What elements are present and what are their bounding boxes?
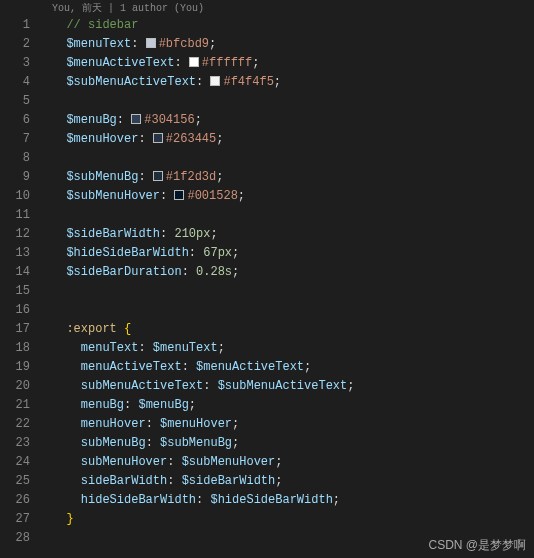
line-number: 4 <box>0 73 30 92</box>
code-line[interactable]: // sidebar <box>44 16 534 35</box>
token-prop: subMenuBg <box>81 436 146 450</box>
token-punct: ; <box>218 341 225 355</box>
token-string: #263445 <box>166 132 216 146</box>
token-prop: subMenuHover <box>81 455 167 469</box>
line-number: 19 <box>0 358 30 377</box>
token-var: $menuHover <box>66 132 138 146</box>
code-line[interactable]: subMenuHover: $subMenuHover; <box>44 453 534 472</box>
line-number: 25 <box>0 472 30 491</box>
code-line[interactable]: :export { <box>44 320 534 339</box>
token-punct: ; <box>232 417 239 431</box>
line-number: 17 <box>0 320 30 339</box>
code-line[interactable]: $menuHover: #263445; <box>44 130 534 149</box>
code-line[interactable]: $sideBarDuration: 0.28s; <box>44 263 534 282</box>
token-punct: : <box>160 227 174 241</box>
code-line[interactable]: $subMenuBg: #1f2d3d; <box>44 168 534 187</box>
line-number: 28 <box>0 529 30 548</box>
line-number: 16 <box>0 301 30 320</box>
token-string: #ffffff <box>202 56 252 70</box>
code-line[interactable]: menuBg: $menuBg; <box>44 396 534 415</box>
code-line[interactable]: $subMenuActiveText: #f4f4f5; <box>44 73 534 92</box>
token-punct: ; <box>304 360 311 374</box>
line-number: 1 <box>0 16 30 35</box>
line-number: 15 <box>0 282 30 301</box>
token-var: $subMenuBg <box>66 170 138 184</box>
token-punct: : <box>146 436 160 450</box>
code-line[interactable]: sideBarWidth: $sideBarWidth; <box>44 472 534 491</box>
code-line[interactable] <box>44 206 534 225</box>
token-punct: ; <box>232 265 239 279</box>
code-line[interactable]: $menuActiveText: #ffffff; <box>44 54 534 73</box>
token-punct: : <box>160 189 174 203</box>
token-punct: : <box>189 246 203 260</box>
line-number: 18 <box>0 339 30 358</box>
token-string: #bfcbd9 <box>159 37 209 51</box>
token-num: 0.28s <box>196 265 232 279</box>
token-string: #1f2d3d <box>166 170 216 184</box>
color-swatch-icon <box>153 171 163 181</box>
color-swatch-icon <box>153 133 163 143</box>
token-var: $hideSideBarWidth <box>66 246 188 260</box>
token-prop: menuText <box>81 341 139 355</box>
line-number: 10 <box>0 187 30 206</box>
token-punct: ; <box>232 246 239 260</box>
token-var: $sideBarDuration <box>66 265 181 279</box>
code-line[interactable] <box>44 282 534 301</box>
token-prop: menuBg <box>81 398 124 412</box>
token-punct: ; <box>216 170 223 184</box>
token-punct: ; <box>210 227 217 241</box>
token-num: 67px <box>203 246 232 260</box>
token-punct: ; <box>209 37 216 51</box>
token-var: $hideSideBarWidth <box>210 493 332 507</box>
code-line[interactable] <box>44 92 534 111</box>
token-punct: : <box>182 360 196 374</box>
token-var: $menuBg <box>66 113 116 127</box>
code-editor[interactable]: 1234567891011121314151617181920212223242… <box>0 16 534 548</box>
token-var: $menuText <box>153 341 218 355</box>
token-punct: ; <box>274 75 281 89</box>
code-line[interactable] <box>44 301 534 320</box>
code-line[interactable]: menuActiveText: $menuActiveText; <box>44 358 534 377</box>
code-content[interactable]: // sidebar $menuText: #bfcbd9; $menuActi… <box>44 16 534 548</box>
token-punct: : <box>182 265 196 279</box>
line-number: 6 <box>0 111 30 130</box>
code-line[interactable]: subMenuActiveText: $subMenuActiveText; <box>44 377 534 396</box>
token-punct: : <box>138 341 152 355</box>
code-line[interactable]: $menuBg: #304156; <box>44 111 534 130</box>
token-var: $subMenuHover <box>182 455 276 469</box>
code-line[interactable]: menuText: $menuText; <box>44 339 534 358</box>
code-line[interactable]: menuHover: $menuHover; <box>44 415 534 434</box>
token-punct: ; <box>252 56 259 70</box>
token-punct: ; <box>232 436 239 450</box>
code-line[interactable]: hideSideBarWidth: $hideSideBarWidth; <box>44 491 534 510</box>
line-number: 7 <box>0 130 30 149</box>
token-var: $sideBarWidth <box>66 227 160 241</box>
authorship-annotation: You, 前天 | 1 author (You) <box>0 0 534 16</box>
token-num: 210px <box>174 227 210 241</box>
token-prop: menuHover <box>81 417 146 431</box>
code-line[interactable]: $sideBarWidth: 210px; <box>44 225 534 244</box>
line-number: 14 <box>0 263 30 282</box>
code-line[interactable]: $menuText: #bfcbd9; <box>44 35 534 54</box>
code-line[interactable]: $hideSideBarWidth: 67px; <box>44 244 534 263</box>
token-punct: : <box>174 56 188 70</box>
token-prop: hideSideBarWidth <box>81 493 196 507</box>
line-number: 20 <box>0 377 30 396</box>
token-var: $subMenuHover <box>66 189 160 203</box>
token-var: $subMenuBg <box>160 436 232 450</box>
token-var: $subMenuActiveText <box>218 379 348 393</box>
color-swatch-icon <box>210 76 220 86</box>
line-number: 22 <box>0 415 30 434</box>
token-var: $sideBarWidth <box>182 474 276 488</box>
color-swatch-icon <box>146 38 156 48</box>
token-var: $menuActiveText <box>196 360 304 374</box>
line-number: 11 <box>0 206 30 225</box>
token-punct: ; <box>216 132 223 146</box>
code-line[interactable]: $subMenuHover: #001528; <box>44 187 534 206</box>
code-line[interactable] <box>44 149 534 168</box>
code-line[interactable]: } <box>44 510 534 529</box>
token-brace: { <box>124 322 131 336</box>
token-punct: ; <box>189 398 196 412</box>
code-line[interactable]: subMenuBg: $subMenuBg; <box>44 434 534 453</box>
token-var: $menuText <box>66 37 131 51</box>
